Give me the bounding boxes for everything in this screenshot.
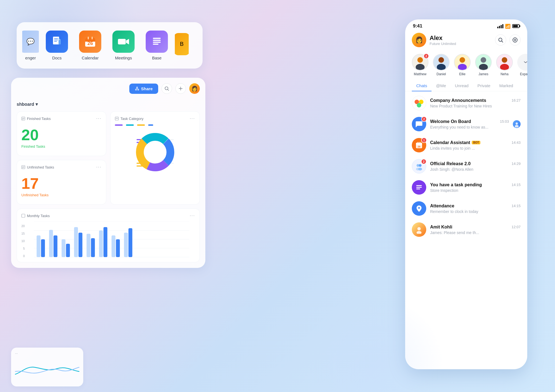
- share-button[interactable]: Share: [129, 84, 158, 94]
- welcome-time: 15:03: [500, 119, 509, 124]
- calendar-top: Calendar Assistant BOT 14:43: [430, 140, 521, 145]
- profile-text: Alex Future Unlimited: [430, 34, 456, 46]
- svg-rect-1: [53, 37, 59, 44]
- svg-rect-99: [418, 142, 418, 144]
- svg-point-104: [418, 168, 422, 170]
- calendar-name: Calendar Assistant: [430, 140, 470, 145]
- amit-preview: James: Please send me th...: [430, 230, 521, 235]
- svg-rect-62: [74, 227, 78, 257]
- contact-neha[interactable]: Neha: [496, 54, 513, 76]
- finished-tasks-number: 20: [21, 127, 102, 143]
- company-avatar: [412, 96, 426, 110]
- amit-content: Amit Kohli 12:07 James: Please send me t…: [430, 225, 521, 235]
- svg-point-45: [144, 141, 166, 163]
- contact-ellie[interactable]: Ellie: [454, 54, 471, 76]
- status-time: 9:41: [413, 23, 422, 29]
- svg-rect-107: [416, 189, 420, 189]
- svg-point-109: [417, 227, 421, 230]
- svg-point-93: [516, 122, 518, 125]
- task-category-widget: Task Category ···: [110, 111, 200, 205]
- app-icon-base[interactable]: Base: [142, 31, 172, 60]
- extra-icon-box: B: [175, 33, 189, 55]
- calendar-content: Calendar Assistant BOT 14:43 Linda invit…: [430, 140, 521, 150]
- expand-name: Expand: [520, 72, 527, 76]
- expand-avatar[interactable]: [517, 54, 527, 71]
- add-chat-button[interactable]: [509, 34, 521, 46]
- svg-rect-105: [416, 185, 422, 186]
- y-label-10: 10: [21, 239, 25, 243]
- messenger-icon-box: 💬: [22, 31, 39, 53]
- app-icon-calendar[interactable]: 26 Calendar: [75, 31, 105, 60]
- company-content: Company Announcements 16:27 New Product …: [430, 98, 521, 108]
- calendar-icon-box: 26: [79, 31, 101, 53]
- unfinished-tasks-widget: Unfinished Tasks ··· 17 Unfinished Tasks: [17, 160, 106, 205]
- svg-rect-69: [116, 239, 120, 257]
- release-avatar: 2: [412, 159, 426, 174]
- chat-company-announcements[interactable]: Company Announcements 16:27 New Product …: [407, 92, 525, 114]
- company-top: Company Announcements 16:27: [430, 98, 521, 103]
- user-avatar[interactable]: 👩: [189, 83, 200, 94]
- contact-expand[interactable]: Expand: [517, 54, 527, 76]
- task-category-title: Task Category: [115, 117, 143, 121]
- finished-tasks-widget: Finished Tasks ··· 20 Finished Tasks: [17, 111, 106, 156]
- monthly-tasks-header: Monthly Tasks ···: [21, 213, 195, 218]
- task-avatar: [412, 180, 426, 195]
- signal-icon: [497, 24, 503, 28]
- chat-amit-kohli[interactable]: Amit Kohli 12:07 James: Please send me t…: [407, 219, 525, 240]
- svg-point-17: [137, 87, 138, 88]
- tab-chats[interactable]: Chats: [412, 81, 432, 91]
- contact-daniel[interactable]: Daniel: [433, 54, 450, 76]
- task-preview: Store Inspection: [430, 188, 521, 193]
- calendar-label: Calendar: [82, 56, 99, 60]
- release-time: 14:29: [511, 162, 521, 166]
- svg-point-18: [135, 89, 137, 90]
- app-icon-extra[interactable]: B: [175, 33, 189, 58]
- svg-rect-71: [128, 228, 132, 257]
- svg-point-108: [418, 207, 420, 209]
- calendar-badge: 1: [421, 137, 427, 143]
- donut-chart: [132, 129, 179, 176]
- tab-private[interactable]: Private: [473, 81, 495, 91]
- search-icon-btn[interactable]: [162, 83, 172, 94]
- unfinished-tasks-menu[interactable]: ···: [96, 165, 102, 170]
- finished-tasks-menu[interactable]: ···: [96, 116, 102, 121]
- svg-rect-100: [420, 142, 420, 144]
- task-category-menu[interactable]: ···: [190, 116, 195, 121]
- tab-marked[interactable]: Marked: [495, 81, 518, 91]
- line-chart-svg: [15, 358, 79, 380]
- add-icon-btn[interactable]: [175, 83, 186, 94]
- breadcrumb-text: shboard ▾: [17, 102, 38, 107]
- app-icon-docs[interactable]: Docs: [42, 31, 72, 60]
- tab-me[interactable]: @Me: [432, 81, 450, 91]
- left-panel: 💬 enger Docs: [0, 0, 211, 392]
- contact-matthew[interactable]: 2 Matthew: [412, 54, 428, 76]
- svg-rect-14: [153, 40, 161, 41]
- app-icon-meetings[interactable]: Meetings: [108, 31, 139, 60]
- welcome-right: [513, 120, 521, 128]
- y-label-20: 20: [21, 224, 25, 228]
- james-avatar-wrapper: [475, 54, 492, 71]
- monthly-bar-chart: [28, 222, 195, 258]
- status-icons: 📶: [497, 24, 519, 29]
- monthly-tasks-title: Monthly Tasks: [21, 214, 50, 218]
- svg-line-23: [168, 89, 169, 91]
- search-button[interactable]: [495, 34, 506, 46]
- app-icons-card: 💬 enger Docs: [17, 22, 203, 69]
- chat-official-release[interactable]: 2 Official Release 2.0 14:29 Josh Singh:…: [407, 156, 525, 177]
- neha-avatar: [496, 54, 513, 71]
- profile-avatar[interactable]: 👩: [412, 33, 426, 47]
- wifi-icon: 📶: [505, 24, 511, 29]
- chat-welcome[interactable]: 2 Welcome On Board 15:03 Everything you …: [407, 114, 525, 135]
- dashboard-card: Share 👩 shboard ▾: [11, 78, 205, 268]
- chat-task-pending[interactable]: You have a task pending 14:15 Store Insp…: [407, 177, 525, 198]
- svg-rect-4: [54, 41, 57, 42]
- chat-calendar-assistant[interactable]: 26 1 Calendar Assistant BOT 14:43 Linda …: [407, 135, 525, 156]
- chat-attendance[interactable]: Attendance 14:15 Remember to clock in to…: [407, 198, 525, 219]
- tab-unread[interactable]: Unread: [450, 81, 473, 91]
- task-name: You have a task pending: [430, 182, 482, 187]
- svg-rect-2: [54, 38, 58, 39]
- battery-icon: [512, 24, 519, 28]
- monthly-tasks-menu[interactable]: ···: [190, 213, 195, 218]
- contact-james[interactable]: James: [475, 54, 492, 76]
- app-icon-partial-left[interactable]: 💬 enger: [22, 31, 39, 60]
